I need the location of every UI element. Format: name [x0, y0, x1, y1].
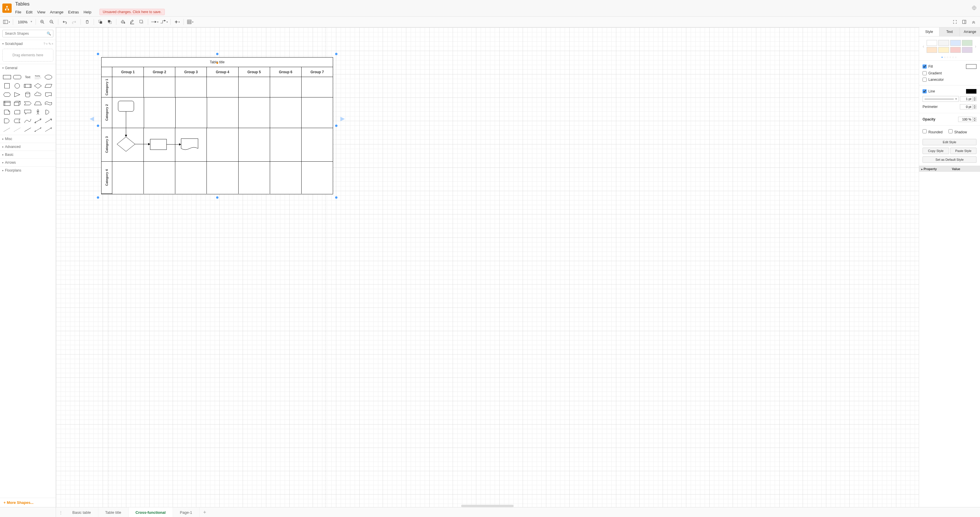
table-cell[interactable]: [270, 97, 302, 128]
flowchart-process[interactable]: [150, 139, 167, 150]
color-swatch[interactable]: [950, 40, 961, 46]
page-tab-cross-functional[interactable]: Cross-functional: [129, 507, 173, 517]
spinner-up[interactable]: ▲: [973, 97, 977, 99]
table-cell[interactable]: [207, 97, 239, 128]
nav-left-arrow[interactable]: ◀: [89, 115, 94, 122]
shadow-checkbox[interactable]: [948, 129, 953, 133]
selection-handle[interactable]: [97, 124, 99, 127]
lanecolor-checkbox[interactable]: [923, 78, 927, 82]
scratchpad-close-icon[interactable]: ×: [52, 42, 53, 46]
perimeter-input[interactable]: [960, 104, 973, 110]
table-cell[interactable]: [239, 128, 270, 161]
flowchart-start[interactable]: [118, 101, 134, 111]
table-cell[interactable]: [302, 128, 333, 161]
shape-or[interactable]: [44, 108, 53, 116]
scratchpad-add-icon[interactable]: +: [46, 42, 48, 46]
advanced-section[interactable]: Advanced: [0, 143, 56, 151]
shape-square[interactable]: [2, 82, 12, 90]
color-swatch[interactable]: [950, 47, 961, 53]
search-shapes-input[interactable]: [2, 30, 53, 37]
opacity-input[interactable]: [958, 117, 973, 122]
table-cell[interactable]: [302, 97, 333, 128]
property-header[interactable]: Property: [919, 166, 950, 172]
spinner-down[interactable]: ▼: [973, 99, 977, 101]
table-cell[interactable]: [239, 162, 270, 194]
line-checkbox[interactable]: [923, 89, 927, 93]
collapse-button[interactable]: [969, 18, 978, 26]
line-color-button[interactable]: [128, 18, 136, 26]
selection-handle[interactable]: [97, 53, 99, 55]
rounded-checkbox[interactable]: [923, 129, 927, 133]
scratchpad-help-icon[interactable]: ?: [43, 42, 45, 46]
line-style-select[interactable]: [923, 96, 959, 102]
connection-button[interactable]: ▾: [151, 18, 159, 26]
paste-style-button[interactable]: Paste Style: [950, 148, 977, 154]
insert-button[interactable]: +▾: [173, 18, 181, 26]
swimlane-table[interactable]: Table title Category 1 Category 2 Catego…: [101, 57, 333, 194]
table-cell[interactable]: [112, 77, 144, 97]
waypoints-button[interactable]: ▾: [160, 18, 168, 26]
shape-trapezoid[interactable]: [33, 99, 43, 107]
color-swatch[interactable]: [938, 47, 949, 53]
group-header-3[interactable]: Group 3: [175, 67, 207, 77]
more-shapes-button[interactable]: + More Shapes...: [0, 498, 56, 507]
document-title[interactable]: Tables: [15, 1, 970, 8]
shape-diamond[interactable]: [33, 82, 43, 90]
shape-text[interactable]: Text: [23, 73, 32, 81]
floorplans-section[interactable]: Floorplans: [0, 166, 56, 174]
shape-cloud[interactable]: [33, 91, 43, 99]
palette-prev[interactable]: ‹: [921, 44, 926, 49]
table-cell[interactable]: [144, 77, 175, 97]
line-color-picker[interactable]: [966, 89, 977, 94]
spinner-down[interactable]: ▼: [973, 119, 977, 122]
shape-card[interactable]: [13, 108, 22, 116]
menu-view[interactable]: View: [37, 10, 45, 14]
selection-handle[interactable]: [335, 196, 337, 199]
table-cell[interactable]: [270, 77, 302, 97]
language-icon[interactable]: [970, 5, 978, 12]
shape-bidir-thin[interactable]: [33, 126, 43, 134]
shape-tape[interactable]: [44, 99, 53, 107]
palette-dots[interactable]: ●○○○○○: [919, 54, 980, 60]
to-front-button[interactable]: [96, 18, 104, 26]
gradient-checkbox[interactable]: [923, 71, 927, 75]
category-2[interactable]: Category 2: [102, 97, 112, 128]
scratchpad-dropzone[interactable]: Drag elements here: [2, 49, 53, 62]
nav-right-arrow[interactable]: ▶: [340, 115, 345, 122]
page-tab-table-title[interactable]: Table title: [98, 507, 129, 517]
horizontal-scrollbar[interactable]: [461, 505, 514, 507]
menu-arrange[interactable]: Arrange: [50, 10, 63, 14]
shape-dashed-line[interactable]: [2, 126, 12, 134]
scratchpad-section[interactable]: Scratchpad ? + ✎ ×: [0, 40, 56, 48]
shape-textbox[interactable]: Heading: [33, 73, 43, 81]
table-cell[interactable]: [207, 128, 238, 161]
shape-line[interactable]: [23, 126, 32, 134]
shape-actor[interactable]: [33, 108, 43, 116]
table-cell[interactable]: [239, 77, 270, 97]
shape-note[interactable]: [2, 108, 12, 116]
color-swatch[interactable]: [962, 40, 972, 46]
palette-next[interactable]: ›: [974, 44, 978, 49]
category-4[interactable]: Category 4: [102, 162, 112, 194]
shape-internal-storage[interactable]: [2, 99, 12, 107]
group-header-5[interactable]: Group 5: [239, 67, 270, 77]
shape-step[interactable]: [23, 99, 32, 107]
selection-handle[interactable]: [97, 196, 99, 199]
table-cell[interactable]: [144, 162, 175, 194]
group-header-4[interactable]: Group 4: [207, 67, 238, 77]
app-logo[interactable]: [2, 3, 12, 13]
zoom-select[interactable]: 100%: [16, 19, 33, 25]
table-cell[interactable]: [270, 128, 302, 161]
table-cell[interactable]: [112, 128, 144, 161]
shape-data-storage[interactable]: [13, 117, 22, 125]
view-mode-button[interactable]: ▾: [2, 18, 11, 26]
canvas-area[interactable]: ◀ ▶ Table title Category: [56, 27, 919, 507]
group-header-1[interactable]: Group 1: [112, 67, 144, 77]
table-cell[interactable]: [175, 77, 207, 97]
menu-edit[interactable]: Edit: [26, 10, 32, 14]
shape-document[interactable]: [44, 91, 53, 99]
category-3[interactable]: Category 3: [102, 128, 112, 162]
shape-arrow[interactable]: [44, 117, 53, 125]
rotation-marker[interactable]: [216, 62, 218, 64]
color-swatch[interactable]: [927, 47, 937, 53]
